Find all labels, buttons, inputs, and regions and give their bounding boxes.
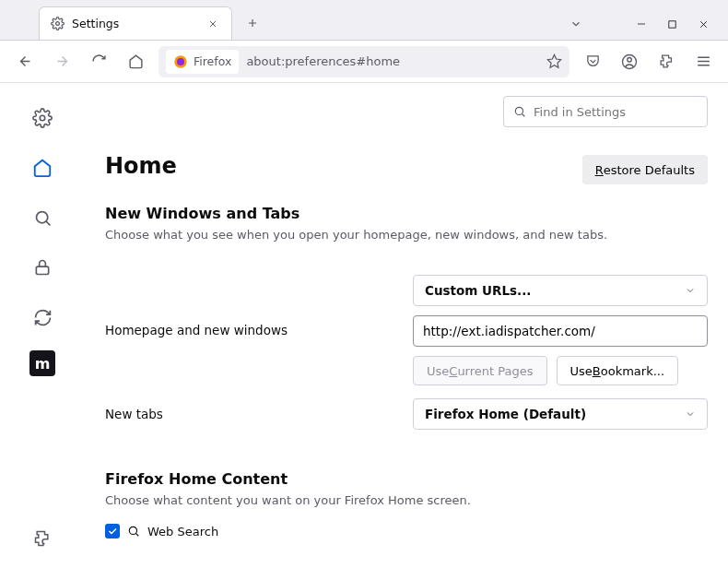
minimize-icon[interactable] — [636, 18, 647, 30]
label-newtabs: New tabs — [105, 407, 396, 421]
section-home-content: Firefox Home Content Choose what content… — [105, 470, 708, 538]
web-search-label: Web Search — [147, 525, 218, 538]
extensions-icon[interactable] — [652, 48, 680, 76]
svg-point-5 — [628, 57, 632, 62]
sidebar-item-more[interactable]: m — [29, 350, 55, 376]
homepage-url-input[interactable] — [413, 315, 708, 347]
browser-tab[interactable]: Settings — [39, 6, 232, 40]
sidebar-item-general[interactable] — [26, 101, 59, 135]
content: m Home Restore Defaults New Windows and … — [0, 83, 728, 568]
close-icon[interactable] — [204, 15, 222, 33]
sidebar-item-privacy[interactable] — [26, 251, 59, 284]
window-close-icon[interactable] — [698, 18, 710, 30]
sidebar-item-home[interactable] — [26, 151, 59, 184]
svg-point-9 — [515, 107, 523, 114]
use-bookmark-button[interactable]: Use Bookmark... — [557, 356, 679, 385]
svg-point-10 — [129, 527, 136, 534]
maximize-icon[interactable] — [667, 19, 677, 30]
identity-label: Firefox — [194, 54, 231, 68]
select-value: Custom URLs... — [425, 283, 531, 298]
menu-icon[interactable] — [689, 48, 717, 76]
url-text: about:preferences#home — [246, 54, 539, 68]
settings-main: Home Restore Defaults New Windows and Ta… — [85, 83, 728, 568]
svg-point-0 — [56, 22, 60, 26]
section-home-content-title: Firefox Home Content — [105, 470, 708, 488]
select-value: Firefox Home (Default) — [425, 407, 586, 421]
chevron-down-icon[interactable] — [569, 18, 582, 30]
toolbar: Firefox about:preferences#home — [0, 41, 728, 83]
tab-title: Settings — [72, 17, 196, 30]
site-identity[interactable]: Firefox — [166, 50, 239, 74]
row-homepage: Homepage and new windows Custom URLs... … — [105, 275, 708, 385]
new-tab-button[interactable] — [240, 10, 265, 36]
tab-strip: Settings — [0, 0, 728, 41]
settings-sidebar: m — [0, 83, 85, 568]
sidebar-item-sync[interactable] — [26, 301, 59, 334]
sidebar-item-search[interactable] — [26, 201, 59, 234]
firefox-logo-icon — [173, 54, 188, 69]
homepage-select[interactable]: Custom URLs... — [413, 275, 708, 306]
row-newtabs: New tabs Firefox Home (Default) — [105, 398, 708, 430]
chevron-down-icon — [685, 408, 696, 420]
restore-defaults-button[interactable]: Restore Defaults — [582, 155, 708, 184]
svg-rect-1 — [669, 20, 675, 27]
forward-button[interactable] — [48, 48, 76, 76]
bookmark-star-icon[interactable] — [546, 53, 562, 69]
section-new-windows-tabs: New Windows and Tabs — [105, 205, 708, 222]
pocket-icon[interactable] — [579, 48, 606, 76]
settings-search-input[interactable] — [534, 105, 698, 119]
back-button[interactable] — [11, 48, 39, 76]
web-search-row: Web Search — [105, 524, 708, 538]
svg-rect-8 — [36, 266, 48, 274]
url-bar[interactable]: Firefox about:preferences#home — [159, 46, 569, 77]
web-search-checkbox[interactable] — [105, 524, 120, 538]
home-button[interactable] — [122, 48, 149, 76]
reload-button[interactable] — [85, 48, 112, 76]
svg-point-7 — [36, 211, 47, 222]
window-controls — [569, 18, 728, 40]
search-icon — [513, 105, 526, 118]
gear-icon — [51, 17, 65, 30]
section-desc: Choose what you see when you open your h… — [105, 228, 708, 242]
settings-search[interactable] — [503, 96, 708, 127]
label-homepage: Homepage and new windows — [105, 323, 396, 337]
search-icon — [127, 525, 140, 538]
chevron-down-icon — [685, 285, 696, 296]
svg-point-6 — [40, 115, 45, 121]
svg-point-3 — [177, 58, 184, 65]
newtabs-select[interactable]: Firefox Home (Default) — [413, 398, 708, 430]
account-icon[interactable] — [616, 48, 643, 76]
section-home-content-desc: Choose what content you want on your Fir… — [105, 493, 708, 507]
use-current-pages-button[interactable]: Use Current Pages — [413, 356, 547, 385]
sidebar-item-extensions[interactable] — [26, 522, 59, 555]
